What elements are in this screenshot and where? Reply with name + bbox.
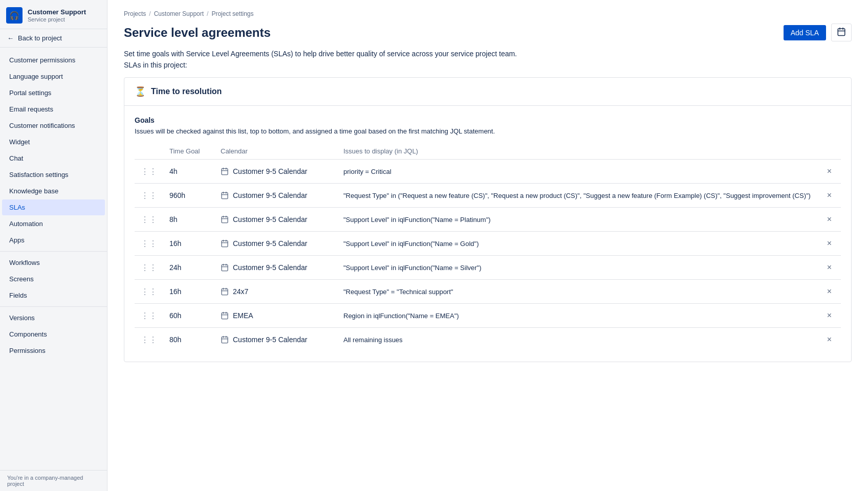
calendar-value: Customer 9-5 Calendar	[221, 336, 331, 344]
back-label: Back to project	[18, 34, 62, 42]
drag-handle[interactable]: ⋮⋮	[141, 215, 157, 225]
sidebar-item-permissions[interactable]: Permissions	[2, 343, 105, 359]
sidebar-item-slas[interactable]: SLAs	[2, 199, 105, 215]
breadcrumb-current: Project settings	[211, 10, 253, 17]
sidebar-item-widget[interactable]: Widget	[2, 134, 105, 150]
sidebar-item-chat[interactable]: Chat	[2, 150, 105, 166]
calendar-cell: Customer 9-5 Calendar	[214, 208, 337, 232]
remove-row-button[interactable]: ×	[824, 238, 835, 249]
remove-row-button[interactable]: ×	[824, 190, 835, 201]
time-goal-cell: 60h	[163, 304, 214, 328]
time-goal-cell: 8h	[163, 208, 214, 232]
sidebar-item-satisfaction-settings[interactable]: Satisfaction settings	[2, 167, 105, 183]
col-calendar-header: Calendar	[214, 143, 337, 160]
sidebar-item-workflows[interactable]: Workflows	[2, 255, 105, 271]
drag-handle[interactable]: ⋮⋮	[141, 311, 157, 321]
drag-handle[interactable]: ⋮⋮	[141, 335, 157, 345]
remove-row-button[interactable]: ×	[824, 310, 835, 321]
remove-row-button[interactable]: ×	[824, 214, 835, 225]
calendar-cell: EMEA	[214, 304, 337, 328]
calendar-cell: Customer 9-5 Calendar	[214, 232, 337, 256]
time-goal-cell: 960h	[163, 184, 214, 208]
sidebar-item-email-requests[interactable]: Email requests	[2, 101, 105, 117]
calendar-name: Customer 9-5 Calendar	[233, 191, 308, 199]
time-goal-cell: 80h	[163, 328, 214, 352]
jql-cell: All remaining issues	[337, 328, 818, 352]
calendar-name: Customer 9-5 Calendar	[233, 167, 308, 175]
drag-handle-cell: ⋮⋮	[135, 304, 163, 328]
jql-value: "Support Level" in iqlFunction("Name = P…	[343, 216, 491, 224]
action-cell: ×	[818, 184, 841, 208]
jql-cell: "Support Level" in iqlFunction("Name = G…	[337, 232, 818, 256]
sidebar-item-portal-settings[interactable]: Portal settings	[2, 85, 105, 101]
action-cell: ×	[818, 280, 841, 304]
time-goal-value: 16h	[169, 287, 181, 296]
jql-value: "Support Level" in iqlFunction("Name = G…	[343, 240, 479, 248]
calendar-name: Customer 9-5 Calendar	[233, 239, 308, 248]
jql-cell: Region in iqlFunction("Name = EMEA")	[337, 304, 818, 328]
calendar-icon-button[interactable]	[831, 24, 852, 41]
breadcrumb-projects[interactable]: Projects	[124, 10, 146, 17]
drag-handle-cell: ⋮⋮	[135, 328, 163, 352]
svg-rect-20	[222, 265, 228, 271]
sidebar-item-knowledge-base[interactable]: Knowledge base	[2, 183, 105, 199]
sidebar-item-apps[interactable]: Apps	[2, 232, 105, 248]
calendar-name: Customer 9-5 Calendar	[233, 336, 308, 344]
remove-row-button[interactable]: ×	[824, 166, 835, 177]
calendar-icon	[221, 263, 229, 272]
action-cell: ×	[818, 160, 841, 184]
drag-handle-cell: ⋮⋮	[135, 256, 163, 280]
drag-handle[interactable]: ⋮⋮	[141, 263, 157, 273]
sidebar-item-fields[interactable]: Fields	[2, 287, 105, 303]
drag-handle[interactable]: ⋮⋮	[141, 167, 157, 176]
breadcrumb-customer-support[interactable]: Customer Support	[154, 10, 204, 17]
drag-handle[interactable]: ⋮⋮	[141, 239, 157, 249]
calendar-icon	[221, 215, 229, 224]
sidebar-item-screens[interactable]: Screens	[2, 271, 105, 287]
table-row: ⋮⋮ 4h Customer 9-5 Calendar priority = C	[135, 160, 841, 184]
breadcrumb-sep-1: /	[149, 10, 150, 17]
jql-value: All remaining issues	[343, 336, 403, 344]
project-logo: 🎧	[6, 7, 23, 24]
remove-row-button[interactable]: ×	[824, 262, 835, 273]
jql-cell: "Request Type" in ("Request a new featur…	[337, 184, 818, 208]
calendar-cell: Customer 9-5 Calendar	[214, 256, 337, 280]
svg-rect-24	[222, 289, 228, 295]
goals-table: Time Goal Calendar Issues to display (in…	[135, 143, 841, 351]
sla-card-body: Goals Issues will be checked against thi…	[124, 106, 851, 362]
drag-handle[interactable]: ⋮⋮	[141, 287, 157, 297]
remove-row-button[interactable]: ×	[824, 286, 835, 297]
sidebar-item-customer-notifications[interactable]: Customer notifications	[2, 118, 105, 133]
col-jql-header: Issues to display (in JQL)	[337, 143, 818, 160]
calendar-icon	[221, 239, 229, 248]
page-title: Service level agreements	[124, 26, 271, 40]
sidebar-item-components[interactable]: Components	[2, 326, 105, 342]
jql-value: "Support Level" in iqlFunction("Name = S…	[343, 264, 482, 272]
time-goal-cell: 16h	[163, 280, 214, 304]
remove-row-button[interactable]: ×	[824, 334, 835, 345]
drag-handle-cell: ⋮⋮	[135, 232, 163, 256]
time-goal-cell: 24h	[163, 256, 214, 280]
add-sla-button[interactable]: Add SLA	[784, 25, 826, 40]
sla-card-time-to-resolution: ⏳ Time to resolution Goals Issues will b…	[124, 77, 852, 362]
header-actions: Add SLA	[784, 24, 852, 41]
sidebar-item-customer-permissions[interactable]: Customer permissions	[2, 52, 105, 68]
time-goal-value: 60h	[169, 311, 181, 320]
table-row: ⋮⋮ 16h Customer 9-5 Calendar "Support Le	[135, 232, 841, 256]
jql-cell: "Support Level" in iqlFunction("Name = S…	[337, 256, 818, 280]
page-header: Service level agreements Add SLA	[124, 24, 852, 41]
sidebar-item-versions[interactable]: Versions	[2, 310, 105, 326]
calendar-cell: Customer 9-5 Calendar	[214, 328, 337, 352]
sidebar-item-language-support[interactable]: Language support	[2, 69, 105, 84]
sidebar-footer: You're in a company-managed project	[0, 470, 107, 491]
back-to-project[interactable]: ← Back to project	[0, 29, 107, 48]
calendar-icon	[221, 336, 229, 344]
project-name: Customer Support	[28, 8, 86, 17]
sidebar-item-automation[interactable]: Automation	[2, 216, 105, 232]
drag-handle-cell: ⋮⋮	[135, 208, 163, 232]
drag-handle[interactable]: ⋮⋮	[141, 191, 157, 200]
time-goal-value: 4h	[169, 167, 178, 175]
sidebar-header: 🎧 Customer Support Service project	[0, 0, 107, 29]
sla-card-header: ⏳ Time to resolution	[124, 78, 851, 106]
calendar-cell: Customer 9-5 Calendar	[214, 160, 337, 184]
